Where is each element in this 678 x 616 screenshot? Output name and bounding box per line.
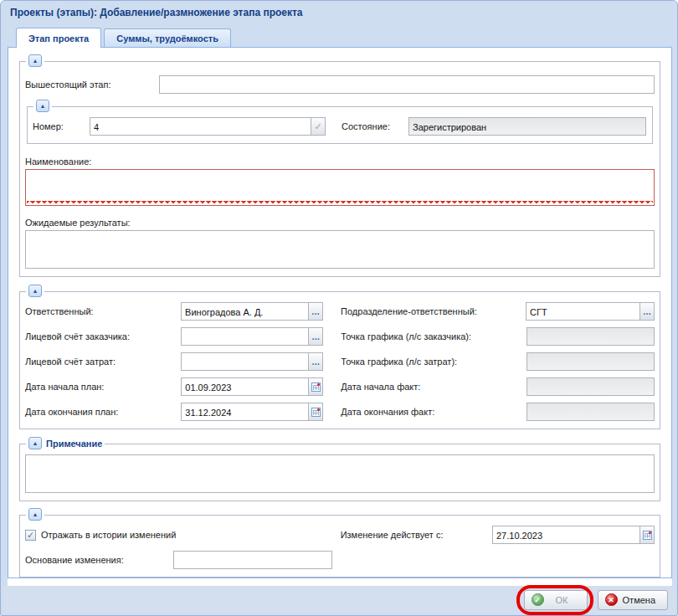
footer-toolbar: ✓ ОК ✕ Отмена [3, 586, 675, 613]
lookup-ellipsis-icon[interactable]: … [640, 302, 655, 321]
dialog-window: Проекты (этапы): Добавление/размножение … [0, 0, 678, 616]
schedule-point-customer-input [526, 327, 655, 346]
number-input[interactable] [90, 117, 311, 136]
change-effective-from-label: Изменение действует с: [341, 530, 492, 540]
fieldset-number-state: ▲ Номер: ✓ Состояние: [27, 106, 653, 144]
collapse-toggle-icon[interactable]: ▲ [28, 508, 42, 521]
start-date-plan-label: Дата начала план: [25, 382, 181, 392]
start-date-plan-field [181, 377, 323, 396]
calendar-icon [311, 408, 321, 417]
expected-results-textarea[interactable] [25, 230, 655, 269]
name-textarea[interactable] [25, 169, 655, 206]
date-picker-trigger[interactable] [309, 403, 323, 421]
window-title: Проекты (этапы): Добавление/размножение … [10, 7, 303, 18]
responsible-department-label: Подразделение-ответственный: [341, 306, 526, 316]
end-date-plan-input[interactable] [181, 403, 309, 421]
lookup-ellipsis-icon[interactable]: … [309, 352, 323, 371]
fieldset-history: ▲ ✓ Отражать в истории изменений Изменен… [19, 515, 660, 578]
collapse-toggle-icon[interactable]: ▲ [28, 437, 42, 449]
start-date-fact-label: Дата начала факт: [341, 382, 526, 392]
ok-check-icon: ✓ [532, 593, 544, 606]
history-checkbox-group: ✓ Отражать в истории изменений [25, 530, 341, 541]
ok-button-label: ОК [544, 595, 580, 605]
cost-account-input[interactable] [181, 352, 309, 371]
change-reason-label: Основание изменения: [25, 555, 173, 565]
change-effective-from-input[interactable] [492, 526, 640, 544]
collapse-toggle-icon[interactable]: ▲ [28, 285, 42, 297]
tab-strip: Этап проекта Суммы, трудоёмкость [8, 26, 672, 48]
collapse-toggle-icon[interactable]: ▲ [36, 100, 49, 112]
date-picker-trigger[interactable] [309, 377, 323, 396]
parent-stage-input[interactable] [159, 75, 655, 94]
responsible-department-field: … [526, 302, 655, 321]
cancel-button-label: Отмена [618, 595, 660, 605]
start-date-plan-input[interactable] [181, 377, 309, 396]
end-date-fact-label: Дата окончания факт: [341, 407, 526, 417]
window-body: Этап проекта Суммы, трудоёмкость ▲ Вышес… [8, 26, 672, 588]
responsible-input[interactable] [181, 302, 309, 321]
number-label: Номер: [33, 121, 90, 131]
history-checkbox[interactable]: ✓ [25, 530, 36, 541]
tab-body: ▲ Вышестоящий этап: ▲ Номер: ✓ [8, 48, 672, 578]
schedule-point-customer-label: Точка графика (л/с заказчика): [341, 331, 526, 341]
calendar-icon [311, 382, 321, 392]
cost-account-field: … [181, 352, 323, 371]
state-input [408, 117, 646, 136]
calendar-icon [643, 531, 652, 540]
fieldset-main: ▲ Вышестоящий этап: ▲ Номер: ✓ [19, 61, 660, 277]
cancel-button[interactable]: ✕ Отмена [598, 590, 668, 610]
confirm-check-icon[interactable]: ✓ [311, 117, 326, 136]
tab-stage[interactable]: Этап проекта [16, 28, 101, 48]
name-label: Наименование: [25, 157, 655, 167]
end-date-fact-input [526, 403, 655, 421]
schedule-point-cost-input [526, 352, 655, 371]
fieldset-note: ▲ Примечание [19, 444, 660, 501]
ok-button[interactable]: ✓ ОК [524, 590, 588, 610]
end-date-plan-label: Дата окончания план: [25, 407, 181, 417]
date-picker-trigger[interactable] [640, 526, 655, 544]
note-textarea[interactable] [25, 454, 655, 493]
state-label: Состояние: [342, 121, 408, 131]
customer-account-label: Лицевой счёт заказчика: [25, 331, 181, 341]
tab-sums-label: Суммы, трудоёмкость [116, 33, 218, 44]
window-titlebar: Проекты (этапы): Добавление/размножение … [1, 1, 677, 24]
customer-account-field: … [181, 327, 323, 346]
start-date-fact-input [526, 377, 655, 396]
change-effective-from-field [492, 526, 655, 544]
change-reason-input[interactable] [173, 551, 332, 569]
parent-stage-label: Вышестоящий этап: [25, 80, 159, 90]
collapse-toggle-icon[interactable]: ▲ [28, 54, 42, 67]
lookup-ellipsis-icon[interactable]: … [309, 327, 323, 346]
cost-account-label: Лицевой счёт затрат: [25, 357, 181, 367]
note-legend: Примечание [46, 439, 102, 449]
schedule-point-cost-label: Точка графика (л/с затрат): [341, 357, 526, 367]
responsible-label: Ответственный: [25, 306, 181, 316]
cancel-x-icon: ✕ [605, 593, 618, 606]
fieldset-details: ▲ Ответственный: … Подразделение-ответст… [19, 291, 660, 429]
responsible-field: … [181, 302, 323, 321]
history-checkbox-label: Отражать в истории изменений [41, 530, 176, 540]
tab-stage-label: Этап проекта [28, 33, 89, 44]
expected-results-label: Ожидаемые результаты: [25, 218, 655, 228]
end-date-plan-field [181, 403, 323, 421]
lookup-ellipsis-icon[interactable]: … [309, 302, 323, 321]
tab-sums[interactable]: Суммы, трудоёмкость [104, 28, 231, 47]
number-field: ✓ [90, 117, 326, 136]
customer-account-input[interactable] [181, 327, 309, 346]
responsible-department-input[interactable] [526, 302, 640, 321]
